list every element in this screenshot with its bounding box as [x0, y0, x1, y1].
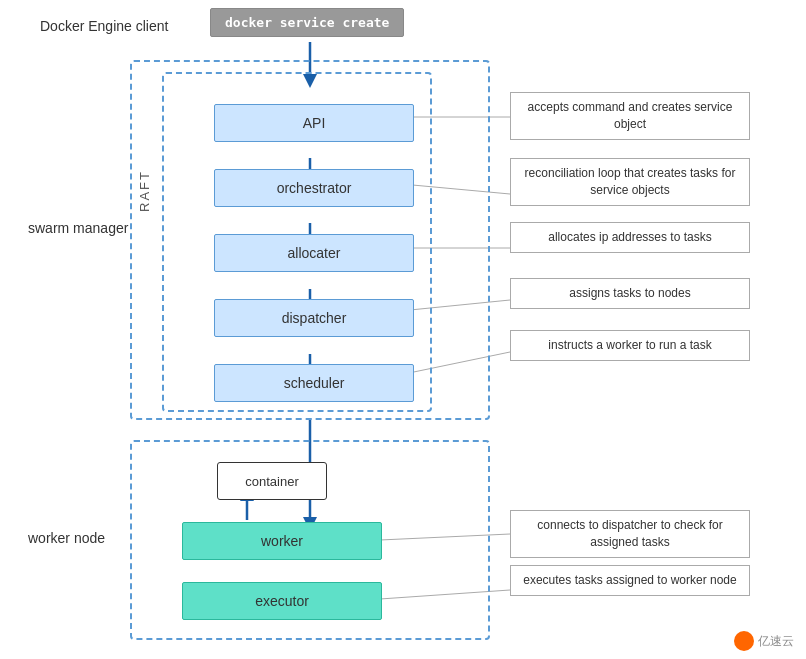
raft-box: API orchestrator allocater dispatcher sc…: [162, 72, 432, 412]
desc-scheduler: instructs a worker to run a task: [510, 330, 750, 361]
desc-api: accepts command and creates service obje…: [510, 92, 750, 140]
swarm-manager-box: API orchestrator allocater dispatcher sc…: [130, 60, 490, 420]
desc-worker: connects to dispatcher to check for assi…: [510, 510, 750, 558]
docker-command-box: docker service create: [210, 8, 404, 37]
desc-allocater: allocates ip addresses to tasks: [510, 222, 750, 253]
worker-node-box: container worker executor: [130, 440, 490, 640]
diagram-container: Docker Engine client docker service crea…: [0, 0, 806, 659]
api-component: API: [214, 104, 414, 142]
watermark-text: 亿速云: [758, 633, 794, 650]
executor-component: executor: [182, 582, 382, 620]
scheduler-component: scheduler: [214, 364, 414, 402]
orchestrator-component: orchestrator: [214, 169, 414, 207]
swarm-manager-label: swarm manager: [28, 220, 128, 236]
watermark: 亿速云: [734, 631, 794, 651]
allocater-component: allocater: [214, 234, 414, 272]
yisuyun-logo: [734, 631, 754, 651]
desc-executor: executes tasks assigned to worker node: [510, 565, 750, 596]
raft-label: RAFT: [137, 170, 152, 212]
worker-node-label: worker node: [28, 530, 105, 546]
worker-component: worker: [182, 522, 382, 560]
desc-dispatcher: assigns tasks to nodes: [510, 278, 750, 309]
docker-client-label: Docker Engine client: [40, 18, 168, 34]
desc-orchestrator: reconciliation loop that creates tasks f…: [510, 158, 750, 206]
dispatcher-component: dispatcher: [214, 299, 414, 337]
container-component: container: [217, 462, 327, 500]
